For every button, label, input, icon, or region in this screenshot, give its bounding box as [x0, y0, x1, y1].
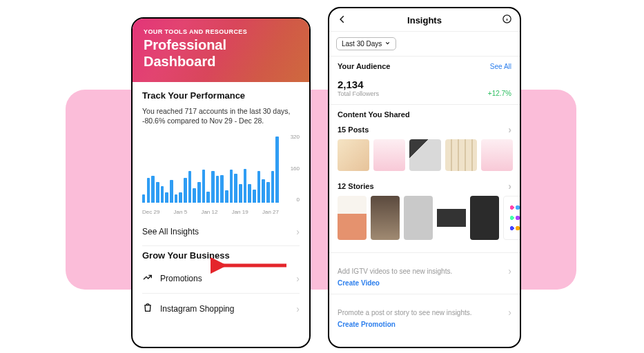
stories-thumbs — [338, 196, 511, 240]
content-section: Content You Shared 15 Posts › 12 Stories… — [329, 105, 520, 247]
stories-count-label: 12 Stories — [338, 182, 374, 190]
phone-dashboard: YOUR TOOLS AND RESOURCES Professional Da… — [131, 17, 311, 348]
igtv-hint: Add IGTV videos to see new insights. — [338, 268, 452, 275]
audience-heading: Your Audience — [338, 62, 390, 70]
back-icon[interactable] — [336, 14, 349, 27]
see-all-insights-label: See All Insights — [142, 227, 199, 236]
create-video-link[interactable]: Create Video — [338, 279, 511, 287]
post-thumbnail[interactable] — [338, 139, 369, 171]
chart-bar — [244, 169, 246, 203]
content-heading: Content You Shared — [338, 110, 410, 119]
chart-bar — [230, 170, 233, 203]
see-all-link[interactable]: See All — [490, 63, 511, 70]
shopping-row[interactable]: Instagram Shopping › — [142, 294, 300, 323]
stories-row[interactable]: 12 Stories › — [338, 181, 511, 192]
chart-bar — [156, 182, 159, 203]
story-thumbnail[interactable] — [371, 196, 400, 240]
chart-bar — [211, 171, 214, 203]
chart-bar — [184, 178, 186, 203]
chart-bar — [266, 182, 269, 203]
story-thumbnail[interactable] — [404, 196, 433, 240]
info-icon[interactable] — [500, 14, 513, 27]
create-promo-link[interactable]: Create Promotion — [338, 321, 511, 328]
igtv-section: Add IGTV videos to see new insights. › C… — [329, 253, 520, 294]
chart-bar — [239, 184, 242, 203]
story-thumbnail[interactable] — [437, 196, 466, 240]
chart-bar — [216, 176, 219, 203]
header-title: Professional Dashboard — [144, 37, 298, 70]
track-performance-heading: Track Your Performance — [142, 90, 300, 101]
post-thumbnail[interactable] — [481, 139, 513, 171]
post-thumbnail[interactable] — [373, 139, 405, 171]
date-range-select[interactable]: Last 30 Days — [336, 37, 396, 50]
chart-bar — [170, 180, 173, 203]
chart-bar — [275, 137, 278, 203]
post-thumbnail[interactable] — [409, 139, 441, 171]
chart-bar — [271, 171, 274, 203]
posts-count-label: 15 Posts — [338, 125, 369, 134]
posts-row[interactable]: 15 Posts › — [338, 124, 511, 135]
post-thumbnail[interactable] — [445, 139, 477, 171]
date-range-label: Last 30 Days — [342, 40, 382, 48]
chart-bar — [151, 176, 154, 203]
chart-bar — [225, 190, 228, 203]
followers-label: Total Followers — [338, 90, 379, 97]
shopping-bag-icon — [142, 302, 153, 315]
grow-business-heading: Grow Your Business — [142, 250, 300, 261]
chart-bar — [206, 192, 209, 203]
chart-bar — [193, 188, 195, 203]
shopping-label: Instagram Shopping — [160, 304, 234, 314]
divider — [142, 245, 300, 246]
chart-bar — [147, 178, 150, 203]
chevron-down-icon — [384, 40, 391, 48]
see-all-insights-row[interactable]: See All Insights › — [142, 218, 300, 245]
chart-bar — [220, 175, 223, 203]
chart-bar — [197, 182, 200, 203]
insights-topbar: Insights — [329, 8, 520, 32]
followers-count: 2,134 — [338, 79, 379, 90]
promotions-row[interactable]: Promotions › — [142, 263, 300, 293]
chart-bar — [175, 194, 177, 203]
promotions-label: Promotions — [160, 274, 202, 283]
track-performance-desc: You reached 717 accounts in the last 30 … — [142, 106, 300, 125]
chart-bar — [142, 194, 145, 203]
chart-bar — [262, 179, 264, 203]
audience-section: Your Audience See All 2,134 Total Follow… — [329, 57, 520, 105]
chart-bar — [248, 184, 251, 203]
trend-up-icon — [142, 272, 153, 285]
dashboard-header: YOUR TOOLS AND RESOURCES Professional Da… — [133, 19, 309, 82]
promo-hint: Promote a post or story to see new insig… — [338, 309, 472, 316]
chart-bar — [161, 186, 164, 203]
promo-section: Promote a post or story to see new insig… — [329, 294, 520, 335]
chart-bar — [234, 174, 237, 203]
chevron-right-icon: › — [508, 265, 511, 276]
header-eyebrow: YOUR TOOLS AND RESOURCES — [144, 28, 298, 35]
chevron-right-icon: › — [508, 307, 511, 318]
insights-title: Insights — [407, 15, 442, 26]
phone-insights: Insights Last 30 Days Your Audience See … — [328, 7, 521, 348]
chevron-right-icon: › — [296, 303, 300, 314]
chart-bar — [188, 171, 191, 203]
story-thumbnail[interactable] — [470, 196, 499, 240]
chart-bar — [202, 170, 205, 203]
chart-bar — [257, 171, 260, 203]
chevron-right-icon: › — [508, 181, 511, 192]
story-thumbnail[interactable] — [503, 196, 521, 240]
chevron-right-icon: › — [296, 273, 300, 284]
followers-change: +12.7% — [488, 90, 511, 97]
chevron-right-icon: › — [508, 124, 511, 135]
chart-bar — [253, 190, 255, 203]
reach-chart: 3201600 Dec 29Jan 5Jan 12Jan 19Jan 27 — [142, 135, 300, 218]
chart-bar — [179, 192, 182, 203]
story-thumbnail[interactable] — [338, 196, 367, 240]
posts-thumbs — [338, 139, 511, 171]
chart-bar — [165, 192, 168, 203]
chevron-right-icon: › — [296, 226, 300, 237]
